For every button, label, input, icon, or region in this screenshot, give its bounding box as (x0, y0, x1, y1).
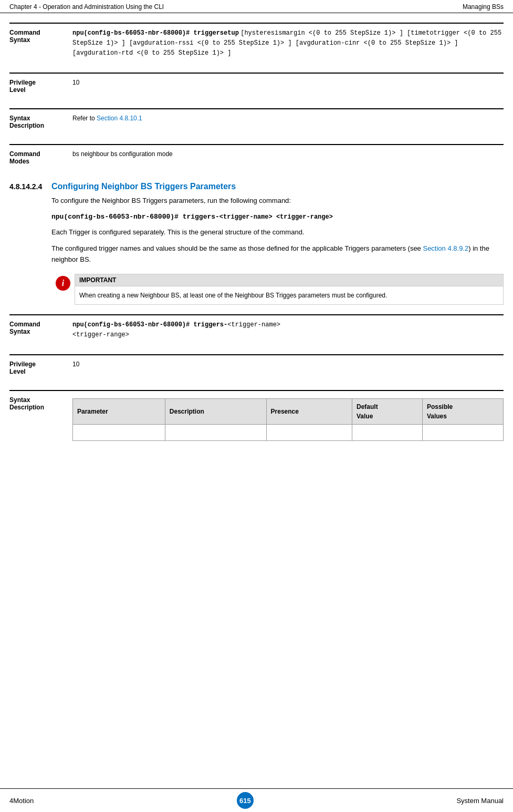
important-title: IMPORTANT (75, 274, 503, 286)
important-content: IMPORTANT When creating a new Neighbour … (75, 274, 504, 305)
cmd-label-syntaxdesc-2: SyntaxDescription (9, 395, 72, 411)
body-mono-rest: <trigger-name> <trigger-range> (219, 213, 333, 221)
header-left: Chapter 4 - Operation and Administration… (9, 3, 164, 11)
cmd-bold-mono-2: npu(config-bs-66053-nbr-68000)# triggers… (72, 321, 227, 328)
header-right: Managing BSs (463, 3, 504, 11)
col-header-presence: Presence (266, 398, 352, 424)
cmd-row-modes-1: CommandModes bs neighbour bs configurati… (9, 144, 504, 170)
col-header-parameter: Parameter (73, 398, 165, 424)
page-footer: 4Motion 615 System Manual (0, 788, 513, 812)
cmd-row-syntax-2: CommandSyntax npu(config-bs-66053-nbr-68… (9, 314, 504, 345)
important-box: i IMPORTANT When creating a new Neighbou… (51, 274, 504, 305)
link-section-489[interactable]: Section 4.8.9.2 (423, 244, 468, 252)
cmd-label-privilege-2: PrivilegeLevel (9, 359, 72, 375)
cell-parameter (73, 424, 165, 440)
cell-description (165, 424, 266, 440)
footer-left: 4Motion (9, 797, 34, 805)
cell-presence (266, 424, 352, 440)
syntax-table: Parameter Description Presence DefaultVa… (72, 398, 504, 441)
body-para-1: To configure the Neighbor BS Triggers pa… (51, 196, 504, 207)
cmd-value-syntax-2: npu(config-bs-66053-nbr-68000)# triggers… (72, 320, 504, 340)
section-title: Configuring Neighbor BS Triggers Paramet… (51, 182, 236, 191)
cmd-label-syntaxdesc-1: SyntaxDescription (9, 114, 72, 129)
cmd-label-privilege-1: PrivilegeLevel (9, 78, 72, 94)
important-body: When creating a new Neighbour BS, at lea… (75, 286, 503, 304)
footer-right: System Manual (456, 797, 504, 805)
cmd-value-modes-1: bs neighbour bs configuration mode (72, 149, 504, 165)
cmd-label-syntax-2: CommandSyntax (9, 320, 72, 340)
cmd-value-privilege-1: 10 (72, 78, 504, 94)
body-mono-bold: npu(config-bs-66053-nbr-68000)# triggers… (51, 213, 219, 221)
page-header: Chapter 4 - Operation and Administration… (0, 0, 513, 13)
cmd-value-syntaxdesc-1: Refer to Section 4.8.10.1 (72, 114, 504, 129)
important-icon-area: i (51, 274, 75, 305)
link-section-4810[interactable]: Section 4.8.10.1 (97, 115, 142, 122)
cmd-value-privilege-2: 10 (72, 359, 504, 375)
col-header-default: DefaultValue (352, 398, 422, 424)
cmd-row-privilege-2: PrivilegeLevel 10 (9, 354, 504, 381)
section-number: 4.8.14.2.4 (9, 182, 46, 191)
cmd-row-privilege-1: PrivilegeLevel 10 (9, 73, 504, 99)
cmd-row-syntax-1: CommandSyntax npu(config-bs-66053-nbr-68… (9, 23, 504, 63)
cmd-value-syntax-1: npu(config-bs-66053-nbr-68000)# triggers… (72, 28, 504, 58)
cmd-label-syntax-1: CommandSyntax (9, 28, 72, 58)
body-para-2: Each Trigger is configured separately. T… (51, 227, 504, 238)
cmd-label-modes-1: CommandModes (9, 149, 72, 165)
cmd-bold-mono-1: npu(config-bs-66053-nbr-68000)# triggers… (72, 29, 239, 37)
cmd-value-syntaxdesc-2: Parameter Description Presence DefaultVa… (72, 395, 504, 441)
important-icon: i (56, 276, 70, 291)
cmd-row-syntaxdesc-2: SyntaxDescription Parameter Description … (9, 390, 504, 446)
cell-possible (422, 424, 503, 440)
body-mono-cmd: npu(config-bs-66053-nbr-68000)# triggers… (51, 212, 504, 222)
page-number-badge: 615 (237, 792, 254, 809)
section-heading: 4.8.14.2.4 Configuring Neighbor BS Trigg… (9, 182, 504, 191)
table-header-row: Parameter Description Presence DefaultVa… (73, 398, 504, 424)
col-header-possible: PossibleValues (422, 398, 503, 424)
col-header-description: Description (165, 398, 266, 424)
body-para-3: The configured trigger names and values … (51, 243, 504, 265)
cmd-row-syntaxdesc-1: SyntaxDescription Refer to Section 4.8.1… (9, 108, 504, 135)
cell-default (352, 424, 422, 440)
table-row (73, 424, 504, 440)
